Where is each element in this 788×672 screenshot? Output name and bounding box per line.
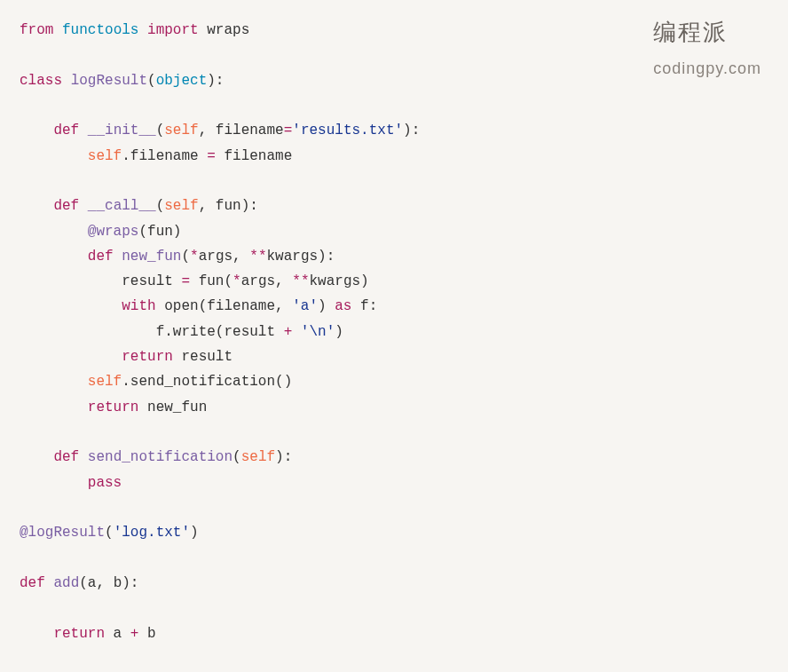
code-line: @wraps(fun) bbox=[20, 224, 181, 240]
code-line: def add(a, b): bbox=[20, 575, 138, 591]
code-line: f.write(result + '\n') bbox=[20, 324, 343, 340]
code-line: @logResult('log.txt') bbox=[20, 525, 199, 541]
code-line: self.filename = filename bbox=[20, 148, 292, 164]
code-line: pass bbox=[20, 475, 122, 491]
code-line: self.send_notification() bbox=[20, 374, 292, 390]
code-line: return a + b bbox=[20, 626, 156, 642]
code-line: result = fun(*args, **kwargs) bbox=[20, 273, 369, 289]
code-line: def __call__(self, fun): bbox=[20, 198, 258, 214]
code-block: from functools import wraps class logRes… bbox=[20, 18, 768, 646]
code-line: return result bbox=[20, 349, 232, 365]
code-line: def new_fun(*args, **kwargs): bbox=[20, 249, 335, 265]
code-line: return new_fun bbox=[20, 399, 207, 415]
code-line: with open(filename, 'a') as f: bbox=[20, 298, 377, 314]
code-line: def __init__(self, filename='results.txt… bbox=[20, 123, 420, 138]
code-line: from functools import wraps bbox=[20, 22, 249, 38]
code-line: def send_notification(self): bbox=[20, 449, 292, 465]
code-line: class logResult(object): bbox=[20, 73, 224, 89]
